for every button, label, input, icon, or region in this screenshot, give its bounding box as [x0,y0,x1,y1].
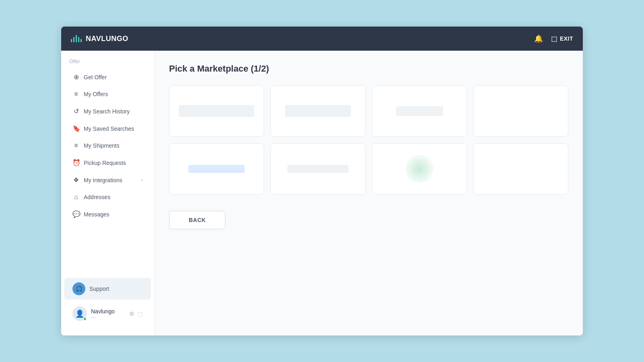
addresses-icon: ⌂ [72,193,80,201]
main-content: Pick a Marketplace (1/2) [155,51,583,335]
card-blob-7 [405,155,433,183]
sidebar-label-search-history: My Search History [84,108,143,115]
header-actions: 🔔 ⬚ EXIT [534,34,573,43]
card-placeholder-6 [287,165,349,173]
sidebar-label-messages: Messages [84,211,143,218]
support-icon: 🎧 [72,282,85,295]
sidebar-item-my-shipments[interactable]: ≡ My Shipments [64,138,151,154]
marketplace-card-2[interactable] [270,85,365,137]
sidebar-spacer [61,223,154,278]
logo-text: NAVLUNGO [86,35,128,43]
exit-button[interactable]: ⬚ EXIT [551,35,573,43]
card-placeholder-3 [396,106,443,116]
sidebar-item-my-integrations[interactable]: ❖ My Integrations › [64,172,151,188]
shipments-icon: ≡ [72,142,80,149]
sidebar: Offer ⊕ Get Offer ≡ My Offers ↺ My Searc… [61,51,155,335]
marketplace-card-4[interactable] [473,85,568,137]
sidebar-item-my-saved-searches[interactable]: 🔖 My Saved Searches [64,120,151,137]
sidebar-label-support: Support [89,286,143,292]
user-subtitle: — [91,315,115,319]
sidebar-label-integrations: My Integrations [84,177,137,183]
sidebar-label-pickup: Pickup Requests [84,160,143,166]
sidebar-label-saved-searches: My Saved Searches [84,125,143,132]
saved-searches-icon: 🔖 [72,125,80,132]
sidebar-label-addresses: Addresses [84,194,143,200]
marketplace-card-3[interactable] [372,85,467,137]
sidebar-item-messages[interactable]: 💬 Messages [64,206,151,222]
logo-area: NAVLUNGO [71,35,128,43]
marketplace-grid-row2 [169,143,568,195]
marketplace-card-6[interactable] [270,143,365,195]
sidebar-item-my-offers[interactable]: ≡ My Offers [64,86,151,102]
search-history-icon: ↺ [72,107,80,115]
marketplace-card-7[interactable] [372,143,467,195]
sidebar-item-pickup-requests[interactable]: ⏰ Pickup Requests [64,154,151,171]
user-info: 👤 Navlungo — [72,306,115,321]
logout-icon[interactable]: ⬚ [138,311,143,317]
sidebar-item-addresses[interactable]: ⌂ Addresses [64,189,151,205]
marketplace-card-5[interactable] [169,143,264,195]
sidebar-label-get-offer: Get Offer [84,74,143,80]
user-actions: ⚙ ⬚ [129,311,143,317]
get-offer-icon: ⊕ [72,73,80,81]
marketplace-grid-row1 [169,85,568,137]
sidebar-section-offer: Offer [61,59,154,68]
sidebar-item-my-search-history[interactable]: ↺ My Search History [64,103,151,119]
back-button[interactable]: BACK [169,211,225,229]
body: Offer ⊕ Get Offer ≡ My Offers ↺ My Searc… [61,51,583,335]
card-placeholder-2 [285,105,351,117]
marketplace-card-8[interactable] [473,143,568,195]
sidebar-item-get-offer[interactable]: ⊕ Get Offer [64,69,151,85]
user-name: Navlungo [91,308,115,315]
page-title: Pick a Marketplace (1/2) [169,64,568,74]
chevron-down-icon: › [141,177,143,183]
exit-label: EXIT [560,35,573,42]
sidebar-label-my-offers: My Offers [84,91,143,97]
logo-icon [71,35,82,42]
settings-icon[interactable]: ⚙ [129,311,134,317]
sidebar-label-shipments: My Shipments [84,142,143,149]
user-details: Navlungo — [91,308,115,319]
app-window: NAVLUNGO 🔔 ⬚ EXIT Offer ⊕ Get Offer ≡ My… [61,27,583,335]
pickup-icon: ⏰ [72,159,80,167]
exit-icon: ⬚ [551,35,557,43]
marketplace-card-1[interactable] [169,85,264,137]
sidebar-item-support[interactable]: 🎧 Support [64,278,151,300]
my-offers-icon: ≡ [72,90,80,98]
header: NAVLUNGO 🔔 ⬚ EXIT [61,27,583,51]
messages-icon: 💬 [72,210,80,218]
avatar: 👤 [72,306,87,321]
integrations-icon: ❖ [72,176,80,184]
notification-bell-icon[interactable]: 🔔 [534,34,543,43]
user-area: 👤 Navlungo — ⚙ ⬚ [64,302,151,326]
card-placeholder-5 [188,165,245,173]
online-status-dot [83,317,87,321]
card-placeholder-1 [179,105,254,117]
avatar-icon: 👤 [75,309,84,318]
